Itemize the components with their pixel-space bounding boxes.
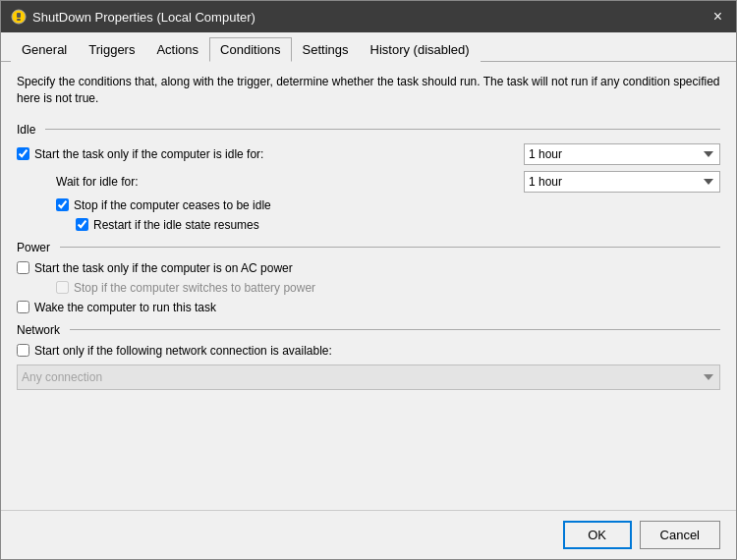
start-idle-label: Start the task only if the computer is i… (34, 147, 263, 161)
stop-battery-label: Stop if the computer switches to battery… (74, 281, 315, 295)
idle-section-label: Idle (17, 123, 720, 137)
svg-rect-2 (17, 19, 21, 21)
tab-triggers[interactable]: Triggers (78, 37, 145, 62)
idle-start-row: Start the task only if the computer is i… (17, 143, 720, 165)
network-section-label: Network (17, 323, 720, 337)
stop-ceases-checkbox[interactable] (56, 198, 69, 211)
description-text: Specify the conditions that, along with … (17, 74, 720, 107)
title-bar: ShutDown Properties (Local Computer) × (1, 1, 736, 32)
app-icon (11, 9, 27, 25)
start-idle-checkbox[interactable] (17, 147, 29, 160)
tab-general[interactable]: General (11, 37, 78, 62)
restart-resumes-label: Restart if the idle state resumes (93, 218, 259, 232)
network-start-row: Start only if the following network conn… (17, 344, 720, 358)
stop-battery-row: Stop if the computer switches to battery… (17, 281, 720, 295)
restart-if-resumes-row: Restart if the idle state resumes (17, 218, 720, 232)
wake-computer-label: Wake the computer to run this task (34, 301, 216, 314)
title-bar-left: ShutDown Properties (Local Computer) (11, 9, 255, 25)
main-content: Specify the conditions that, along with … (1, 62, 736, 510)
stop-ceases-label: Stop if the computer ceases to be idle (74, 198, 271, 212)
wait-idle-row: Wait for idle for: 1 hour (17, 171, 720, 193)
network-start-checkbox[interactable] (17, 344, 29, 357)
ok-button[interactable]: OK (563, 521, 632, 549)
window: ShutDown Properties (Local Computer) × G… (0, 0, 737, 560)
stop-if-ceases-row: Stop if the computer ceases to be idle (17, 198, 720, 212)
wait-idle-dropdown[interactable]: 1 hour (524, 171, 720, 193)
close-button[interactable]: × (709, 9, 726, 25)
power-section-label: Power (17, 241, 720, 254)
restart-resumes-checkbox[interactable] (76, 218, 88, 231)
wake-computer-row: Wake the computer to run this task (17, 301, 720, 314)
start-ac-checkbox[interactable] (17, 261, 29, 274)
wait-idle-label: Wait for idle for: (56, 175, 139, 189)
tab-settings[interactable]: Settings (292, 37, 360, 62)
svg-rect-1 (17, 13, 21, 18)
idle-duration-dropdown[interactable]: 1 hour (524, 143, 720, 165)
network-start-label: Start only if the following network conn… (34, 344, 332, 358)
tab-actions[interactable]: Actions (145, 37, 209, 62)
tab-bar: General Triggers Actions Conditions Sett… (1, 32, 736, 62)
tab-history[interactable]: History (disabled) (360, 37, 481, 62)
stop-battery-checkbox[interactable] (56, 281, 69, 294)
footer: OK Cancel (1, 510, 736, 559)
cancel-button[interactable]: Cancel (640, 521, 720, 549)
network-connection-dropdown[interactable]: Any connection (17, 364, 720, 390)
start-ac-row: Start the task only if the computer is o… (17, 261, 720, 275)
wake-computer-checkbox[interactable] (17, 301, 29, 313)
window-title: ShutDown Properties (Local Computer) (32, 10, 255, 25)
start-ac-label: Start the task only if the computer is o… (34, 261, 293, 275)
tab-conditions[interactable]: Conditions (209, 37, 291, 62)
